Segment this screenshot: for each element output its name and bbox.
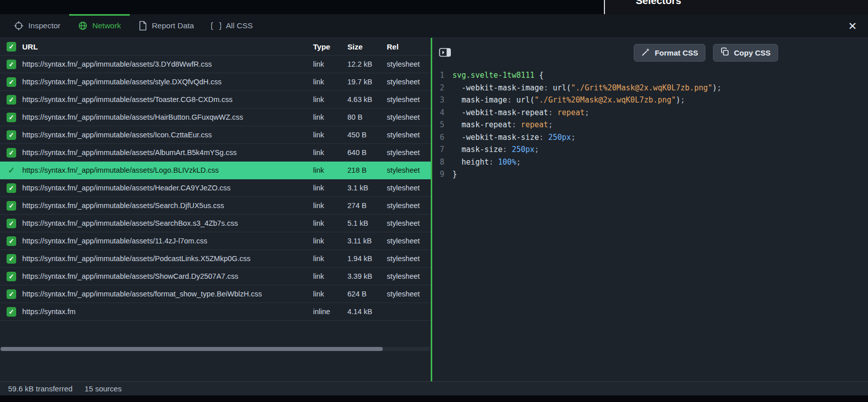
row-type: link: [313, 95, 347, 104]
row-size: 4.63 kB: [347, 95, 387, 104]
report-data-icon: [138, 21, 147, 31]
col-header-size: Size: [347, 42, 387, 51]
transferred-label: 59.6 kB transferred: [8, 384, 73, 393]
code-line: -webkit-mask-repeat: repeat;: [452, 107, 722, 119]
row-size: 3.39 kB: [347, 272, 387, 280]
tab-label-inspector: Inspector: [28, 21, 61, 30]
row-checkbox[interactable]: ✓: [7, 95, 16, 105]
code-toolbar: Format CSS Copy CSS: [432, 38, 868, 67]
tab-report-data[interactable]: Report Data: [130, 14, 203, 37]
code-line: height: 100%;: [452, 156, 722, 169]
close-icon[interactable]: ✕: [848, 21, 857, 31]
line-number: 5: [437, 119, 444, 131]
all-css-icon: { }: [211, 21, 221, 31]
row-rel: stylesheet: [387, 290, 431, 298]
table-row[interactable]: ✓ https://syntax.fm/_app/immutable/asset…: [0, 179, 431, 197]
row-size: 1.94 kB: [347, 255, 387, 263]
row-rel: stylesheet: [387, 202, 431, 210]
row-checkbox[interactable]: ✓: [7, 60, 16, 69]
horizontal-scrollbar[interactable]: [1, 347, 430, 351]
tab-inspector[interactable]: Inspector: [5, 14, 69, 37]
code-actions: Format CSS Copy CSS: [634, 44, 778, 62]
css-code-viewer[interactable]: 123456789 svg.svelte-1tw8111 { -webkit-m…: [432, 69, 868, 181]
row-type: link: [313, 148, 347, 157]
table-row[interactable]: ✓ https://syntax.fm/_app/immutable/asset…: [0, 268, 431, 285]
row-checkbox[interactable]: ✓: [7, 113, 16, 122]
select-all-checkbox[interactable]: ✓: [7, 42, 16, 52]
table-row[interactable]: ✓ https://syntax.fm inline 4.14 kB: [0, 303, 431, 321]
row-rel: stylesheet: [387, 166, 431, 174]
line-number: 6: [437, 131, 444, 144]
format-css-label: Format CSS: [655, 48, 698, 57]
css-panel: Format CSS Copy CSS 123456789: [432, 38, 868, 381]
wand-icon: [641, 47, 650, 58]
row-size: 80 B: [347, 113, 387, 121]
row-checkbox[interactable]: ✓: [7, 254, 16, 264]
row-url: https://syntax.fm/_app/immutable/assets/…: [22, 131, 313, 139]
row-size: 450 B: [347, 131, 387, 139]
row-type: link: [313, 255, 347, 263]
row-url: https://syntax.fm/_app/immutable/assets/…: [22, 202, 313, 210]
table-row[interactable]: ✓ https://syntax.fm/_app/immutable/asset…: [0, 109, 431, 126]
row-checkbox[interactable]: ✓: [7, 236, 16, 246]
row-url: https://syntax.fm/_app/immutable/assets/…: [22, 290, 313, 298]
background-selectors-panel: Selectors: [604, 0, 868, 14]
col-header-type: Type: [313, 42, 347, 51]
status-bar: 59.6 kB transferred 15 sources: [0, 381, 868, 395]
code-line: -webkit-mask-image: url("./Grit%20Mask@2…: [452, 82, 722, 94]
network-panel: ✓ URL Type Size Rel ✓ https://syntax.fm/…: [0, 38, 431, 381]
table-row[interactable]: ✓ https://syntax.fm/_app/immutable/asset…: [0, 250, 431, 268]
row-checkbox[interactable]: ✓: [7, 219, 16, 228]
table-row[interactable]: ✓ https://syntax.fm/_app/immutable/asset…: [0, 73, 431, 91]
sources-label: 15 sources: [85, 384, 122, 393]
row-type: link: [313, 166, 347, 174]
line-number: 3: [437, 94, 444, 107]
scrollbar-thumb[interactable]: [1, 347, 383, 351]
tab-label-report-data: Report Data: [152, 21, 194, 30]
table-row[interactable]: ✓ https://syntax.fm/_app/immutable/asset…: [0, 232, 431, 250]
row-url: https://syntax.fm/_app/immutable/assets/…: [22, 272, 313, 280]
table-row[interactable]: ✓ https://syntax.fm/_app/immutable/asset…: [0, 144, 431, 162]
table-header-row: ✓ URL Type Size Rel: [0, 38, 431, 56]
row-size: 640 B: [347, 148, 387, 157]
tab-all-css[interactable]: { } All CSS: [202, 14, 261, 37]
row-checkbox[interactable]: ✓: [7, 148, 16, 158]
table-row[interactable]: ✓ https://syntax.fm/_app/immutable/asset…: [0, 215, 431, 232]
col-header-url: URL: [22, 42, 313, 51]
row-size: 12.2 kB: [347, 60, 387, 68]
row-checkbox[interactable]: ✓: [7, 307, 16, 317]
table-row[interactable]: ✓ https://syntax.fm/_app/immutable/asset…: [0, 285, 431, 303]
svg-text:{ }: { }: [211, 21, 221, 30]
table-row[interactable]: ✓ https://syntax.fm/_app/immutable/asset…: [0, 197, 431, 215]
table-row[interactable]: ✓ https://syntax.fm/_app/immutable/asset…: [0, 91, 431, 109]
row-size: 624 B: [347, 290, 387, 298]
row-checkbox[interactable]: ✓: [7, 272, 16, 281]
row-checkbox[interactable]: ✓: [7, 130, 16, 140]
code-line: mask-size: 250px;: [452, 143, 722, 156]
row-url: https://syntax.fm/_app/immutable/assets/…: [22, 255, 313, 263]
code-line: svg.svelte-1tw8111 {: [452, 69, 722, 82]
row-rel: stylesheet: [387, 113, 431, 121]
tab-network[interactable]: Network: [69, 14, 130, 37]
row-url: https://syntax.fm/_app/immutable/assets/…: [22, 60, 313, 68]
copy-css-button[interactable]: Copy CSS: [713, 44, 778, 62]
row-checkbox[interactable]: ✓: [7, 166, 16, 175]
format-css-button[interactable]: Format CSS: [634, 44, 706, 62]
row-rel: stylesheet: [387, 219, 431, 227]
row-size: 274 B: [347, 202, 387, 210]
row-size: 3.1 kB: [347, 184, 387, 192]
expand-panel-icon[interactable]: [439, 47, 451, 58]
table-row[interactable]: ✓ https://syntax.fm/_app/immutable/asset…: [0, 56, 431, 73]
col-header-rel: Rel: [387, 42, 431, 51]
row-rel: stylesheet: [387, 60, 431, 68]
row-type: link: [313, 272, 347, 280]
code-line: mask-repeat: repeat;: [452, 119, 722, 131]
row-type: link: [313, 290, 347, 298]
row-checkbox[interactable]: ✓: [7, 183, 16, 193]
table-row[interactable]: ✓ https://syntax.fm/_app/immutable/asset…: [0, 162, 431, 179]
row-url: https://syntax.fm/_app/immutable/assets/…: [22, 113, 313, 121]
table-row[interactable]: ✓ https://syntax.fm/_app/immutable/asset…: [0, 126, 431, 144]
row-checkbox[interactable]: ✓: [7, 289, 16, 299]
row-checkbox[interactable]: ✓: [7, 77, 16, 87]
row-checkbox[interactable]: ✓: [7, 201, 16, 211]
